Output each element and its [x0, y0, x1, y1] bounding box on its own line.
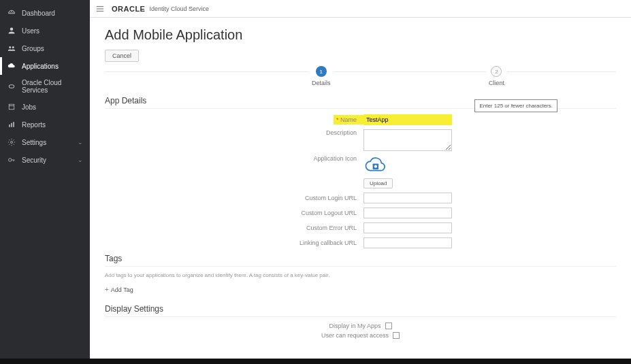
svg-rect-3	[9, 85, 14, 88]
section-tags: Tags	[105, 254, 616, 263]
user-request-label: User can request access	[321, 332, 389, 339]
sidebar-item-settings[interactable]: Settings ⌄	[0, 133, 90, 151]
step-label: Details	[312, 80, 331, 86]
display-in-my-apps-checkbox[interactable]	[385, 322, 392, 329]
sidebar-label: Groups	[22, 45, 83, 52]
sidebar-item-users[interactable]: Users	[0, 22, 90, 39]
svg-rect-8	[13, 122, 14, 127]
sidebar-label: Dashboard	[22, 10, 83, 17]
brand-logo: ORACLE	[112, 5, 145, 13]
linking-callback-label: Linking callback URL	[105, 239, 363, 246]
svg-rect-7	[11, 123, 12, 127]
svg-rect-4	[9, 104, 14, 110]
svg-point-0	[10, 28, 14, 31]
sidebar-label: Security	[22, 156, 78, 164]
page-title: Add Mobile Application	[105, 27, 616, 43]
divider	[105, 316, 616, 317]
description-label: Description	[105, 129, 363, 136]
jobs-icon	[7, 102, 16, 112]
sidebar-item-jobs[interactable]: Jobs	[0, 98, 90, 116]
add-tag-label: Add Tag	[111, 286, 133, 293]
reports-icon	[7, 120, 16, 129]
chevron-down-icon: ⌄	[78, 139, 83, 146]
svg-point-17	[374, 165, 377, 168]
footer-bar	[0, 359, 631, 364]
stepper: 1 Details 2 Client	[105, 66, 616, 86]
sidebar-item-security[interactable]: Security ⌄	[0, 151, 90, 169]
tags-description: Add tags to your applications to organiz…	[105, 272, 616, 278]
display-in-my-apps-label: Display in My Apps	[329, 322, 381, 329]
cancel-button[interactable]: Cancel	[105, 50, 139, 62]
svg-point-2	[12, 46, 14, 48]
groups-icon	[7, 44, 16, 53]
app-icon-image	[363, 155, 387, 176]
svg-point-1	[9, 46, 11, 48]
chevron-down-icon: ⌄	[78, 156, 83, 163]
custom-login-label: Custom Login URL	[105, 195, 363, 201]
hamburger-icon[interactable]	[95, 4, 105, 14]
sidebar-label: Users	[22, 27, 83, 35]
step-circle-inactive: 2	[491, 66, 502, 77]
stepper-line	[105, 71, 616, 72]
sidebar-label: Settings	[22, 139, 78, 146]
custom-login-input[interactable]	[363, 193, 452, 203]
add-tag-button[interactable]: + Add Tag	[105, 286, 133, 293]
name-label: Name	[334, 115, 363, 125]
step-label: Client	[489, 80, 504, 86]
divider	[105, 266, 616, 267]
upload-button[interactable]: Upload	[363, 178, 393, 188]
svg-point-9	[11, 142, 13, 144]
key-icon	[7, 155, 16, 165]
app-icon-label: Application Icon	[105, 155, 363, 162]
user-icon	[7, 26, 16, 35]
sidebar-label: Oracle Cloud Services	[22, 79, 83, 94]
oracle-cloud-icon	[7, 82, 16, 91]
sidebar-item-applications[interactable]: Applications	[0, 57, 90, 75]
custom-error-label: Custom Error URL	[105, 225, 363, 231]
custom-error-input[interactable]	[363, 222, 452, 233]
custom-logout-label: Custom Logout URL	[105, 210, 363, 216]
sidebar-item-oracle-cloud-services[interactable]: Oracle Cloud Services	[0, 75, 90, 98]
sidebar-item-reports[interactable]: Reports	[0, 116, 90, 133]
topbar: ORACLE Identity Cloud Service	[90, 0, 631, 18]
svg-rect-6	[9, 125, 10, 127]
sidebar-item-dashboard[interactable]: Dashboard	[0, 4, 90, 22]
cloud-icon	[7, 61, 16, 71]
step-details[interactable]: 1 Details	[309, 66, 334, 86]
section-display-settings: Display Settings	[105, 304, 616, 314]
sidebar-label: Jobs	[22, 103, 83, 111]
step-circle-active: 1	[316, 66, 327, 77]
sidebar-item-groups[interactable]: Groups	[0, 39, 90, 57]
linking-callback-input[interactable]	[363, 237, 452, 248]
name-input[interactable]	[363, 114, 452, 125]
sidebar: Dashboard Users Groups Applications Orac…	[0, 0, 90, 364]
description-input[interactable]	[363, 129, 452, 151]
content: Add Mobile Application Cancel 1 Details …	[90, 18, 631, 364]
product-name: Identity Cloud Service	[149, 5, 209, 12]
user-request-checkbox[interactable]	[393, 332, 400, 339]
svg-point-10	[9, 159, 12, 162]
dashboard-icon	[7, 8, 16, 18]
plus-icon: +	[105, 286, 109, 293]
custom-logout-input[interactable]	[363, 208, 452, 218]
sidebar-label: Reports	[22, 121, 83, 129]
sidebar-label: Applications	[22, 63, 83, 70]
tooltip-char-limit: Enter 125 or fewer characters.	[474, 99, 557, 112]
main: ORACLE Identity Cloud Service Add Mobile…	[90, 0, 631, 364]
step-client[interactable]: 2 Client	[486, 66, 507, 86]
gear-icon	[7, 137, 16, 147]
